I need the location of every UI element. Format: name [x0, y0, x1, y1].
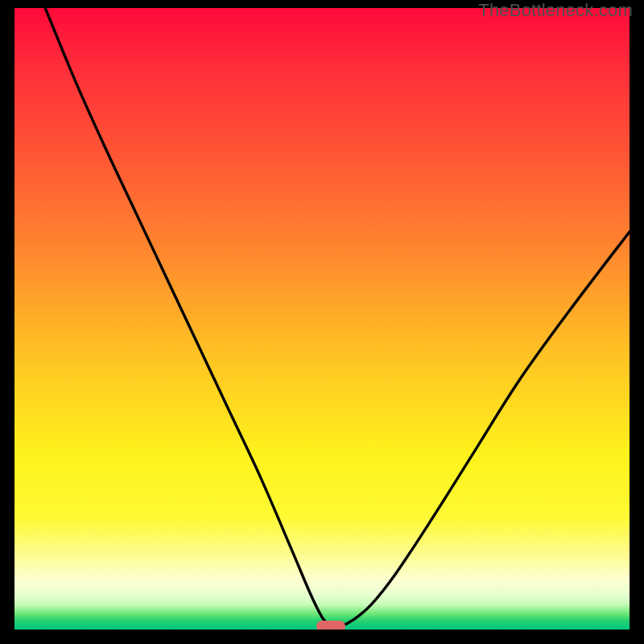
chart-frame: TheBottleneck.com — [0, 0, 644, 644]
plot-area — [14, 8, 630, 630]
optimal-point-marker — [316, 621, 345, 630]
watermark-text: TheBottleneck.com — [478, 0, 633, 21]
bottleneck-curve — [14, 8, 630, 630]
